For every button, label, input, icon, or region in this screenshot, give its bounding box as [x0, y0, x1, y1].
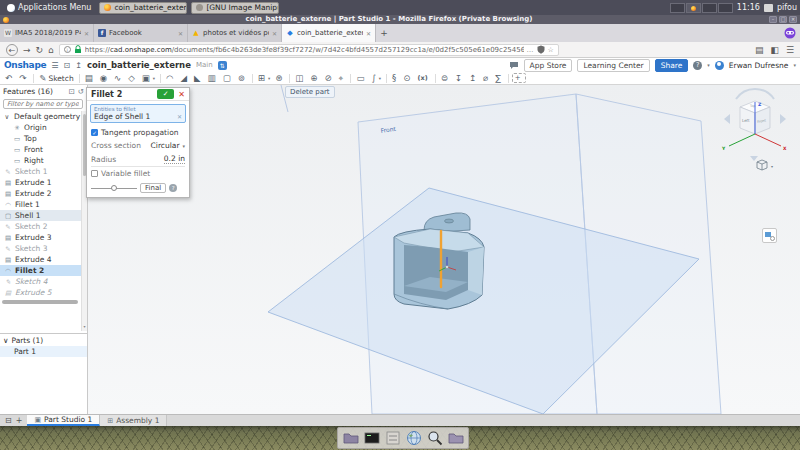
point-icon[interactable]: ⊙▾ — [401, 72, 414, 84]
part-item[interactable]: Part 1 — [0, 346, 87, 357]
rib-icon[interactable]: ▥▾ — [206, 72, 220, 84]
mirror-icon[interactable]: ◫▾ — [293, 72, 307, 84]
url-bar[interactable]: i https://cad.onshape.com/documents/fb6c… — [59, 44, 559, 56]
separator[interactable]: ▾ — [289, 74, 290, 83]
filter-input[interactable] — [3, 99, 83, 109]
helix-icon[interactable]: §▾ — [390, 72, 400, 84]
import-icon[interactable]: ↧▾ — [453, 72, 466, 84]
tab-close-icon[interactable]: ✕ — [366, 30, 371, 37]
feature-item[interactable]: ▤ Extrude 3 — [0, 232, 87, 243]
document-tab[interactable]: ▣ Part Studio 1 — [27, 415, 100, 426]
separator[interactable]: ▾ — [252, 74, 253, 83]
chamfer-icon[interactable]: ◢▾ — [179, 72, 192, 84]
preview-slider[interactable] — [91, 185, 137, 192]
linear-pattern-icon[interactable]: ⊞▾ — [256, 72, 272, 84]
entities-selection-box[interactable]: Entities to fillet Edge of Shell 1 ✕ — [90, 104, 186, 123]
rotate-down-icon[interactable] — [750, 156, 758, 161]
circular-pattern-icon[interactable]: ⊛▾ — [273, 72, 286, 84]
documents-icon[interactable]: ⊡ — [64, 61, 71, 70]
taskbar-window-button[interactable]: coin_batterie_externe... — [99, 2, 187, 14]
mass-properties-icon[interactable]: ∑▾ — [493, 72, 505, 84]
close-button[interactable]: ✕ — [789, 16, 797, 23]
workspace-4[interactable] — [718, 3, 733, 13]
curve-icon[interactable]: ∫▾ — [369, 72, 383, 84]
graphics-viewport[interactable]: Front — [88, 85, 800, 414]
parts-expand-icon[interactable]: ∨ — [3, 336, 9, 345]
tab-close-icon[interactable]: ✕ — [272, 30, 277, 37]
cube-left-label[interactable]: Left — [742, 118, 750, 123]
boolean-icon[interactable]: ⊕▾ — [308, 72, 321, 84]
dialog-help-icon[interactable]: ? — [169, 184, 177, 192]
separator[interactable]: ▾ — [79, 74, 80, 83]
radius-input[interactable]: 0.2 in — [164, 154, 185, 164]
file-manager-icon[interactable] — [343, 430, 359, 446]
maximize-button[interactable]: □ — [779, 16, 787, 23]
feature-item[interactable]: ▤ Extrude 4 — [0, 254, 87, 265]
search-icon[interactable] — [427, 430, 443, 446]
bookmark-star-icon[interactable]: ☆ — [548, 46, 554, 54]
site-info-icon[interactable]: i — [64, 46, 71, 53]
tray-keyboard-icon[interactable] — [764, 4, 773, 12]
rollback-bar[interactable] — [2, 300, 78, 304]
reload-button[interactable]: ↻ — [36, 44, 44, 56]
redo-icon[interactable]: ↷▾ — [17, 72, 30, 84]
measure-icon[interactable]: ⌀▾ — [481, 72, 492, 84]
feature-item[interactable]: ✎ Sketch 2 — [0, 221, 87, 232]
feature-item[interactable]: ✎ Sketch 1 — [0, 166, 87, 177]
applications-menu-button[interactable]: Applications Menu — [3, 1, 95, 14]
browser-tab[interactable]: ◆ coin_batterie_externe | P ✕ — [282, 24, 376, 42]
document-tab[interactable]: ⊞ Assembly 1 — [100, 415, 167, 426]
versions-icon[interactable]: ↥ — [75, 61, 82, 70]
feature-item[interactable]: ▢ Shell 1 — [0, 210, 87, 221]
workspace-pager[interactable] — [670, 3, 733, 13]
featurescript-icon[interactable]: ⊜▾ — [439, 72, 452, 84]
user-avatar[interactable] — [715, 61, 724, 70]
browser-tab[interactable]: ▲ photos et vidéos pour wik ✕ — [188, 24, 282, 42]
workspace-2[interactable] — [686, 3, 701, 13]
feature-item[interactable]: ▤ Extrude 2 — [0, 188, 87, 199]
web-browser-icon[interactable] — [406, 430, 422, 446]
draft-icon[interactable]: ◣▾ — [192, 72, 205, 84]
separator[interactable]: ▾ — [435, 74, 436, 83]
home-button[interactable]: ⌂ — [48, 44, 54, 56]
cube-top-label[interactable]: Top — [749, 104, 755, 108]
add-tab-button[interactable]: + — [16, 416, 23, 425]
library-icon[interactable]: ▤ — [755, 44, 764, 56]
insert-feature-icon[interactable]: ⊡ — [68, 87, 74, 96]
sync-status-icon[interactable]: ⇅ — [218, 61, 227, 70]
hole-icon[interactable]: ⊚▾ — [236, 72, 249, 84]
app-store-button[interactable]: App Store — [524, 59, 573, 72]
folder-icon[interactable] — [448, 430, 464, 446]
feature-item[interactable]: ▭ Top — [0, 133, 87, 144]
tab-close-icon[interactable]: ✕ — [84, 30, 89, 37]
menu-hamburger-icon[interactable]: ☰ — [786, 44, 794, 56]
cross-section-caret-icon[interactable]: ▾ — [182, 143, 185, 149]
tab-close-icon[interactable]: ✕ — [178, 30, 183, 37]
feature-item[interactable]: ✎ Sketch 3 — [0, 243, 87, 254]
taskbar-window-button[interactable]: [GNU Image Manipula... — [191, 2, 279, 14]
extrude-icon[interactable]: ▤▾ — [83, 72, 97, 84]
transform-icon[interactable]: ⌖▾ — [337, 72, 348, 84]
workspace-1[interactable] — [670, 3, 685, 13]
rotate-left-icon[interactable] — [724, 114, 730, 124]
browser-tab[interactable]: f Facebook ✕ — [94, 24, 188, 42]
loft-icon[interactable]: ◇▾ — [126, 72, 139, 84]
undo-icon[interactable]: ↶▾ — [3, 72, 16, 84]
thicken-icon[interactable]: ▣▾ — [140, 72, 157, 84]
rotate-arc-icon[interactable] — [736, 89, 774, 99]
manage-tabs-icon[interactable]: ⊟ — [5, 416, 12, 425]
dropdown-caret-icon[interactable]: ▾ — [153, 76, 155, 81]
shell-icon[interactable]: ▢▾ — [221, 72, 235, 84]
feature-item[interactable]: ∨ Default geometry — [0, 111, 87, 122]
separator[interactable]: ▾ — [350, 74, 351, 83]
feature-item[interactable]: ◠ Fillet 2 — [0, 265, 87, 276]
help-icon[interactable]: ? — [693, 61, 702, 70]
feature-item[interactable]: ▤ Extrude 5 — [0, 287, 87, 298]
add-custom-feature-icon[interactable]: +▾ — [512, 73, 526, 83]
separator[interactable]: ▾ — [386, 74, 387, 83]
account-name[interactable]: Erwan Dufresne — [729, 61, 789, 70]
feature-item[interactable]: ▤ Extrude 1 — [0, 177, 87, 188]
dropdown-caret-icon[interactable]: ▾ — [379, 76, 381, 81]
forward-button[interactable]: → — [23, 44, 31, 56]
scroll-down-icon[interactable]: ▾ — [82, 323, 87, 331]
